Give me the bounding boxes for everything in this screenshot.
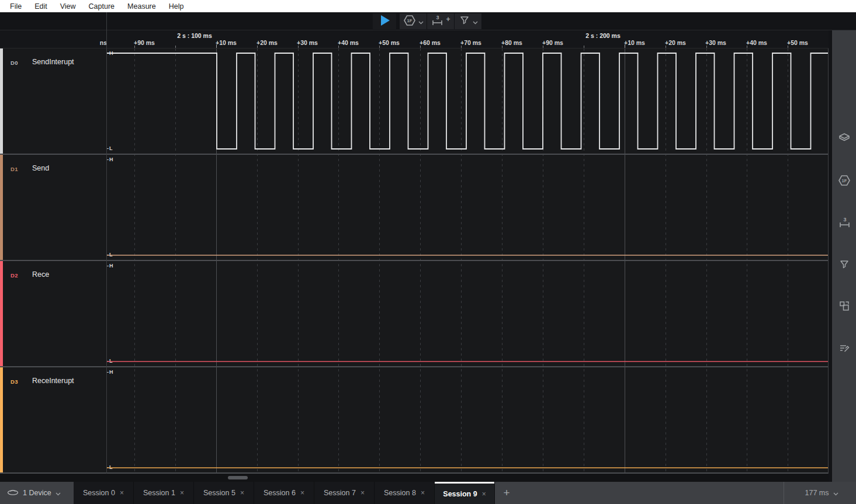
ruler-tick-label: +20 ms — [665, 39, 686, 46]
right-sidebar: 1F3 — [832, 30, 856, 482]
sidebar-notes-icon[interactable] — [838, 342, 851, 354]
session-tab-session-1[interactable]: Session 1× — [134, 482, 193, 504]
session-tab-session-6[interactable]: Session 6× — [254, 482, 314, 504]
timeline-ruler[interactable]: ns+90 ms2 s : 100 ms+10 ms+20 ms+30 ms+4… — [0, 30, 829, 48]
toolbar-button-group: 1F3+ — [400, 13, 482, 29]
channel-name-d3[interactable]: ReceInterupt — [32, 377, 74, 385]
sidebar-layout-icon[interactable] — [838, 300, 851, 312]
sidebar-measure-icon[interactable]: 3 — [838, 216, 851, 229]
session-tab-label: Session 1 — [143, 489, 175, 497]
session-tab-label: Session 7 — [324, 489, 356, 497]
sidebar-layers-icon[interactable] — [838, 131, 851, 144]
close-icon[interactable]: × — [120, 489, 124, 497]
session-tab-session-8[interactable]: Session 8× — [375, 482, 434, 504]
menu-item-edit[interactable]: Edit — [28, 2, 54, 11]
device-label: 1 Device — [23, 489, 51, 497]
ruler-tickmark — [584, 46, 584, 48]
close-icon[interactable]: × — [361, 489, 365, 497]
marker-icon — [459, 15, 470, 29]
play-icon — [377, 13, 391, 30]
svg-text:1F: 1F — [407, 18, 412, 23]
menu-item-measure[interactable]: Measure — [121, 2, 162, 11]
menu-item-capture[interactable]: Capture — [82, 2, 121, 11]
plus-icon: + — [446, 15, 450, 23]
measure-button[interactable]: 3+ — [427, 13, 455, 29]
ruler-tick-label: +60 ms — [420, 39, 441, 46]
panel-divider — [106, 12, 107, 474]
horizontal-scrollbar[interactable] — [0, 474, 829, 482]
channel-color-strip-d3 — [0, 367, 3, 472]
ruler-tick-label: +90 ms — [542, 39, 563, 46]
session-tab-session-7[interactable]: Session 7× — [314, 482, 374, 504]
menu-item-file[interactable]: File — [4, 2, 28, 11]
ruler-tick-label: +10 ms — [216, 39, 237, 46]
hex-1f-icon: 1F — [403, 14, 416, 29]
chevron-down-icon — [833, 488, 838, 498]
waveform-region[interactable]: D0SendInteruptHLD1SendHLD2ReceHLD3ReceIn… — [0, 48, 829, 474]
duration-divider — [784, 482, 784, 504]
channel-trace-d3[interactable] — [107, 367, 829, 474]
trigger-button[interactable]: 1F — [400, 13, 427, 29]
chevron-down-icon — [56, 488, 61, 498]
svg-text:1F: 1F — [842, 178, 847, 183]
menu-bar: FileEditViewCaptureMeasureHelp — [0, 0, 856, 12]
svg-text:3: 3 — [436, 15, 439, 20]
run-button[interactable] — [373, 13, 396, 29]
session-tab-label: Session 8 — [384, 489, 416, 497]
device-icon — [7, 488, 19, 499]
close-icon[interactable]: × — [240, 489, 244, 497]
chevron-down-icon — [418, 16, 424, 27]
channel-name-d2[interactable]: Rece — [32, 270, 49, 279]
toolbar: 1F3+ — [0, 12, 856, 30]
channel-name-d1[interactable]: Send — [32, 164, 49, 172]
bottom-bar: 1 Device Session 0×Session 1×Session 5×S… — [0, 482, 856, 504]
duration-label: 177 ms — [805, 489, 829, 497]
channel-id-d3: D3 — [11, 378, 18, 385]
capture-duration-selector[interactable]: 177 ms — [792, 482, 851, 504]
menu-item-view[interactable]: View — [54, 2, 82, 11]
annotation-button[interactable] — [455, 13, 482, 29]
session-tab-label: Session 5 — [203, 489, 235, 497]
sidebar-hex-1f-icon[interactable]: 1F — [838, 174, 851, 187]
ruler-tick-label: 2 s : 200 ms — [585, 32, 621, 39]
ruler-tick-label: +40 ms — [338, 39, 359, 46]
add-session-button[interactable]: + — [498, 482, 515, 504]
close-icon[interactable]: × — [300, 489, 304, 497]
session-tab-session-0[interactable]: Session 0× — [74, 482, 133, 504]
session-tab-label: Session 6 — [264, 489, 296, 497]
ruler-tick-label: +10 ms — [624, 39, 645, 46]
ruler-tickmark — [175, 46, 176, 48]
ruler-tick-label: +70 ms — [460, 39, 481, 46]
ruler-tick-label: +80 ms — [501, 39, 522, 46]
ruler-tick-label: +50 ms — [787, 39, 808, 46]
channel-color-strip-d2 — [0, 261, 3, 366]
channel-trace-d0[interactable] — [107, 48, 829, 155]
close-icon[interactable]: × — [180, 489, 184, 497]
channel-id-d0: D0 — [11, 60, 18, 66]
channel-trace-d1[interactable] — [107, 155, 829, 261]
ruler-tick-label: +20 ms — [257, 39, 278, 46]
channel-color-strip-d0 — [0, 48, 3, 154]
channel-color-strip-d1 — [0, 155, 3, 260]
channel-name-d0[interactable]: SendInterupt — [32, 58, 74, 66]
session-tab-label: Session 0 — [83, 489, 115, 497]
svg-text:3: 3 — [843, 217, 846, 223]
close-icon[interactable]: × — [482, 490, 486, 498]
chevron-down-icon — [473, 16, 478, 27]
close-icon[interactable]: × — [421, 489, 425, 497]
menu-item-help[interactable]: Help — [162, 2, 190, 11]
session-tabstrip: Session 0×Session 1×Session 5×Session 6×… — [74, 482, 495, 504]
ruler-tick-label: +50 ms — [379, 39, 400, 46]
scrollbar-thumb[interactable] — [228, 476, 248, 479]
session-tab-session-5[interactable]: Session 5× — [194, 482, 254, 504]
channel-trace-d2[interactable] — [107, 261, 829, 367]
sidebar-marker-icon[interactable] — [838, 258, 851, 271]
ruler-tick-label: +90 ms — [134, 39, 155, 46]
ruler-tick-label: +30 ms — [297, 39, 318, 46]
session-tab-session-9[interactable]: Session 9× — [435, 482, 494, 504]
logic-analyzer-app: FileEditViewCaptureMeasureHelp 1F3+ ns+9… — [0, 0, 856, 504]
ruler-tick-label: +40 ms — [746, 39, 767, 46]
channel-id-d1: D1 — [11, 166, 18, 172]
session-tab-label: Session 9 — [443, 490, 477, 498]
device-selector[interactable]: 1 Device — [0, 482, 74, 504]
